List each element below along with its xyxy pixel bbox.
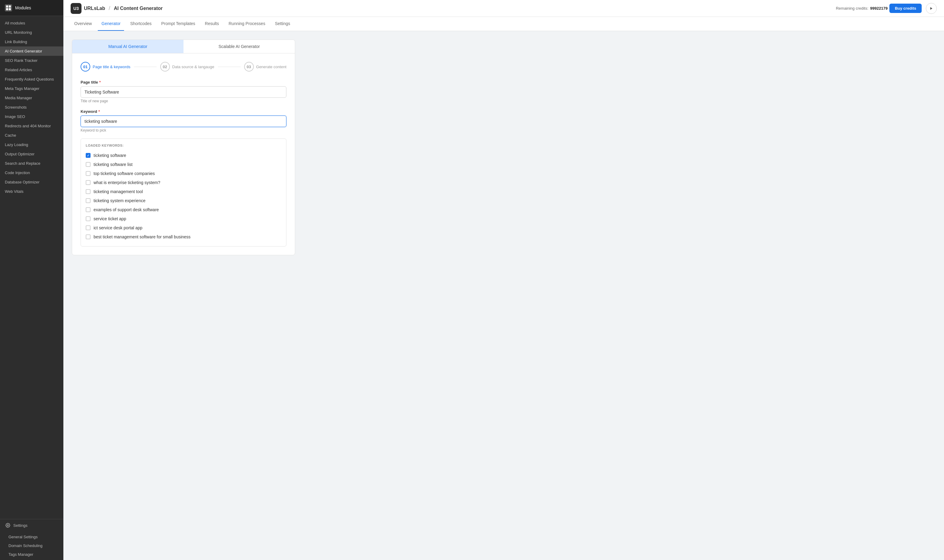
main-content: U3 URLsLab / AI Content Generator Remain… bbox=[63, 0, 944, 560]
gen-tab-manual[interactable]: Manual AI Generator bbox=[72, 40, 183, 53]
keyword-item: ticketing software list bbox=[86, 160, 281, 169]
form-card: 01 Page title & keywords 02 Data source … bbox=[72, 53, 295, 255]
svg-marker-1 bbox=[930, 7, 933, 10]
keyword-checkbox[interactable] bbox=[86, 207, 91, 212]
keyword-item: ticketing software bbox=[86, 151, 281, 160]
sidebar-item-media-manager[interactable]: Media Manager bbox=[0, 93, 63, 103]
keyword-label: top ticketing software companies bbox=[94, 171, 155, 176]
steps: 01 Page title & keywords 02 Data source … bbox=[80, 62, 286, 71]
sidebar-item-database-optimizer[interactable]: Database Optimizer bbox=[0, 177, 63, 187]
settings-icon bbox=[5, 522, 11, 528]
page-title-input[interactable] bbox=[80, 86, 286, 98]
sidebar-header: Modules bbox=[0, 0, 63, 16]
step-divider-2 bbox=[218, 67, 240, 67]
credits-value: 99922179 bbox=[870, 6, 887, 11]
sidebar-sub-item-general-settings[interactable]: General Settings bbox=[0, 532, 63, 541]
play-button[interactable] bbox=[926, 3, 937, 14]
topbar: U3 URLsLab / AI Content Generator Remain… bbox=[63, 0, 944, 17]
buy-credits-button[interactable]: Buy credits bbox=[889, 4, 922, 13]
keyword-input[interactable] bbox=[80, 115, 286, 127]
keyword-label: ticketing management tool bbox=[94, 189, 143, 194]
keyword-label: service ticket app bbox=[94, 216, 126, 221]
sidebar-item-link-building[interactable]: Link Building bbox=[0, 37, 63, 46]
keyword-checkbox[interactable] bbox=[86, 198, 91, 203]
step-2-label: Data source & langauge bbox=[172, 65, 214, 69]
sidebar-item-cache[interactable]: Cache bbox=[0, 131, 63, 140]
logo-icon: U3 bbox=[71, 3, 82, 14]
keyword-checkbox[interactable] bbox=[86, 225, 91, 230]
step-3-circle: 03 bbox=[244, 62, 254, 71]
sidebar-item-output-optimizer[interactable]: Output Optimizer bbox=[0, 149, 63, 159]
tab-prompt-templates[interactable]: Prompt Templates bbox=[157, 17, 199, 31]
keyword-checkbox[interactable] bbox=[86, 171, 91, 176]
gen-tab-scalable[interactable]: Scalable AI Generator bbox=[183, 40, 295, 53]
keyword-label: best ticket management software for smal… bbox=[94, 234, 191, 239]
step-1-label: Page title & keywords bbox=[92, 65, 130, 69]
sidebar-item-related-articles[interactable]: Related Articles bbox=[0, 65, 63, 74]
tab-results[interactable]: Results bbox=[201, 17, 223, 31]
keyword-label: what is enterprise ticketing system? bbox=[94, 180, 160, 185]
page-content: Manual AI GeneratorScalable AI Generator… bbox=[63, 31, 944, 560]
tab-shortcodes[interactable]: Shortcodes bbox=[126, 17, 155, 31]
step-2-circle: 02 bbox=[160, 62, 170, 71]
sidebar-item-redirects-404[interactable]: Redirects and 404 Monitor bbox=[0, 121, 63, 131]
tab-overview[interactable]: Overview bbox=[71, 17, 95, 31]
svg-point-0 bbox=[7, 525, 8, 526]
sidebar-sub-item-tags-manager[interactable]: Tags Manager bbox=[0, 550, 63, 559]
keywords-list: ticketing softwareticketing software lis… bbox=[86, 151, 281, 242]
sidebar-item-web-vitals[interactable]: Web Vitals bbox=[0, 187, 63, 196]
loaded-keywords-label: LOADED KEYWORDS: bbox=[86, 144, 281, 147]
modules-icon bbox=[5, 4, 12, 11]
brand-name: URLsLab bbox=[84, 6, 105, 11]
keyword-hint: Keyword to pick bbox=[80, 128, 286, 132]
keyword-label: ict service desk portal app bbox=[94, 225, 142, 230]
keyword-checkbox[interactable] bbox=[86, 162, 91, 167]
sidebar-item-screenshots[interactable]: Screenshots bbox=[0, 103, 63, 112]
tab-generator[interactable]: Generator bbox=[98, 17, 124, 31]
sidebar-top-label: Modules bbox=[15, 5, 31, 10]
page-title-hint: Title of new page bbox=[80, 99, 286, 103]
tab-running-processes[interactable]: Running Processes bbox=[225, 17, 269, 31]
step-3-label: Generate content bbox=[256, 65, 286, 69]
keyword-item: best ticket management software for smal… bbox=[86, 232, 281, 242]
keyword-checkbox[interactable] bbox=[86, 189, 91, 194]
credits-section: Remaining credits: 99922179 Buy credits bbox=[836, 3, 937, 14]
keyword-field-group: Keyword * Keyword to pick bbox=[80, 109, 286, 132]
sidebar-item-code-injection[interactable]: Code Injection bbox=[0, 168, 63, 177]
keyword-label: ticketing system experience bbox=[94, 198, 145, 203]
sidebar-item-seo-rank-tracker[interactable]: SEO Rank Tracker bbox=[0, 56, 63, 65]
sidebar-item-all-modules[interactable]: All modules bbox=[0, 18, 63, 28]
keyword-checkbox[interactable] bbox=[86, 234, 91, 239]
settings-sub-items: General SettingsDomain SchedulingTags Ma… bbox=[0, 531, 63, 560]
keyword-item: top ticketing software companies bbox=[86, 169, 281, 178]
keywords-box: LOADED KEYWORDS: ticketing softwareticke… bbox=[80, 138, 286, 246]
sidebar-item-meta-tags-manager[interactable]: Meta Tags Manager bbox=[0, 84, 63, 93]
sidebar-item-faq[interactable]: Frequently Asked Questions bbox=[0, 74, 63, 84]
sidebar-item-lazy-loading[interactable]: Lazy Loading bbox=[0, 140, 63, 149]
tab-settings[interactable]: Settings bbox=[271, 17, 294, 31]
generator-tabs: Manual AI GeneratorScalable AI Generator bbox=[72, 40, 295, 53]
keyword-required-star: * bbox=[99, 109, 100, 114]
keyword-checkbox[interactable] bbox=[86, 153, 91, 158]
keyword-item: examples of support desk software bbox=[86, 205, 281, 214]
sidebar-item-url-monitoring[interactable]: URL Monitoring bbox=[0, 28, 63, 37]
keyword-item: what is enterprise ticketing system? bbox=[86, 178, 281, 187]
sidebar-nav: All modulesURL MonitoringLink BuildingAI… bbox=[0, 16, 63, 198]
sidebar-item-ai-content-generator[interactable]: AI Content Generator bbox=[0, 46, 63, 56]
topbar-separator: / bbox=[109, 5, 110, 11]
topbar-logo: U3 URLsLab / AI Content Generator bbox=[71, 3, 163, 14]
step-2: 02 Data source & langauge bbox=[160, 62, 214, 71]
keyword-item: ict service desk portal app bbox=[86, 223, 281, 232]
keyword-checkbox[interactable] bbox=[86, 216, 91, 221]
keyword-checkbox[interactable] bbox=[86, 180, 91, 185]
keyword-label: ticketing software bbox=[94, 153, 126, 158]
sidebar: Modules All modulesURL MonitoringLink Bu… bbox=[0, 0, 63, 560]
step-3: 03 Generate content bbox=[244, 62, 286, 71]
sidebar-item-image-seo[interactable]: Image SEO bbox=[0, 112, 63, 121]
settings-section[interactable]: Settings bbox=[0, 519, 63, 531]
page-title-field-group: Page title * Title of new page bbox=[80, 80, 286, 103]
settings-label: Settings bbox=[13, 523, 28, 528]
nav-tabs: OverviewGeneratorShortcodesPrompt Templa… bbox=[63, 17, 944, 31]
sidebar-item-search-replace[interactable]: Search and Replace bbox=[0, 159, 63, 168]
sidebar-sub-item-domain-scheduling[interactable]: Domain Scheduling bbox=[0, 541, 63, 550]
